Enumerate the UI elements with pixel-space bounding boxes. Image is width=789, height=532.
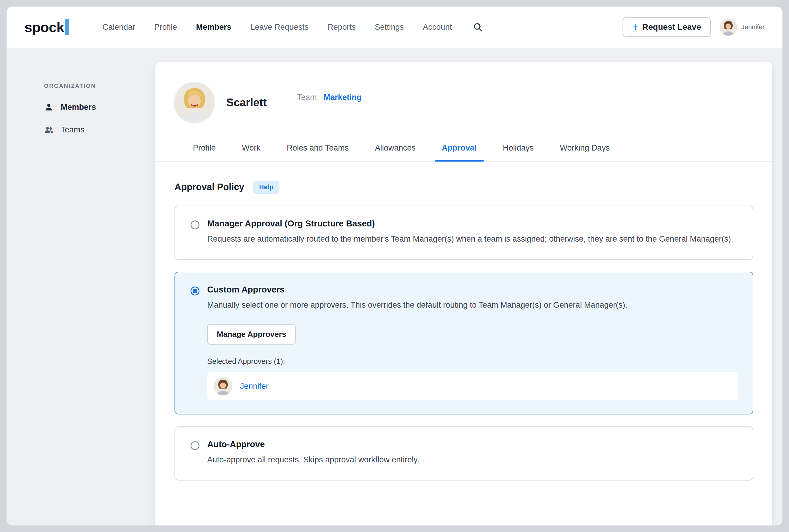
approval-policy-header: Approval Policy Help: [175, 180, 753, 194]
user-avatar: [720, 18, 737, 36]
team-link[interactable]: Marketing: [324, 93, 362, 102]
member-name: Scarlett: [226, 96, 267, 109]
brand-logo-text: spock: [24, 19, 64, 35]
sidebar-item-members[interactable]: Members: [44, 102, 155, 112]
approver-list-item: Jennifer: [207, 372, 738, 400]
option-title: Custom Approvers: [207, 284, 738, 295]
nav-item-profile[interactable]: Profile: [154, 23, 177, 32]
policy-option-manager-approval[interactable]: Manager Approval (Org Structure Based) R…: [175, 206, 753, 260]
option-description: Auto-approve all requests. Skips approva…: [207, 454, 738, 466]
manage-approvers-button[interactable]: Manage Approvers: [207, 324, 296, 345]
tab-work[interactable]: Work: [235, 135, 268, 161]
user-name: Jennifer: [741, 23, 765, 31]
top-navbar: spock Calendar Profile Members Leave Req…: [6, 6, 783, 48]
option-body: Custom Approvers Manually select one or …: [207, 284, 738, 400]
request-leave-button[interactable]: + Request Leave: [623, 17, 711, 37]
sidebar-item-label: Teams: [61, 125, 85, 134]
radio-custom-approvers[interactable]: [190, 287, 200, 296]
option-title: Auto-Approve: [207, 439, 738, 450]
member-detail-card: Scarlett Team: Marketing Profile Work Ro…: [155, 62, 772, 526]
tab-profile[interactable]: Profile: [186, 135, 223, 161]
nav-item-calendar[interactable]: Calendar: [103, 23, 135, 32]
tab-holidays[interactable]: Holidays: [496, 135, 541, 161]
member-avatar: [175, 83, 214, 122]
radio-manager-approval[interactable]: [190, 221, 200, 229]
member-header: Scarlett Team: Marketing: [175, 83, 753, 122]
selected-approvers-label: Selected Approvers (1):: [207, 357, 738, 366]
option-body: Auto-Approve Auto-approve all requests. …: [207, 439, 738, 466]
tab-working-days[interactable]: Working Days: [553, 135, 617, 161]
tab-roles-and-teams[interactable]: Roles and Teams: [279, 135, 356, 161]
member-team: Team: Marketing: [297, 93, 362, 102]
brand-logo[interactable]: spock: [24, 19, 69, 35]
approver-avatar: [214, 377, 232, 395]
request-leave-label: Request Leave: [642, 22, 701, 32]
nav-item-leave-requests[interactable]: Leave Requests: [251, 23, 309, 32]
page-content: ORGANIZATION Members: [6, 48, 783, 526]
member-tabs: Profile Work Roles and Teams Allowances …: [155, 135, 772, 162]
radio-auto-approve[interactable]: [190, 441, 200, 450]
approval-policy-title: Approval Policy: [175, 182, 244, 192]
team-label: Team:: [297, 93, 319, 102]
nav-item-account[interactable]: Account: [423, 23, 452, 32]
sidebar-item-teams[interactable]: Teams: [44, 125, 155, 134]
option-title: Manager Approval (Org Structure Based): [207, 218, 738, 229]
sidebar: ORGANIZATION Members: [6, 48, 155, 134]
policy-option-custom-approvers[interactable]: Custom Approvers Manually select one or …: [175, 272, 753, 415]
navbar-right: + Request Leave Jennifer: [623, 17, 765, 37]
brand-cursor-block: [65, 19, 69, 35]
option-description: Manually select one or more approvers. T…: [207, 299, 738, 311]
option-body: Manager Approval (Org Structure Based) R…: [207, 218, 738, 245]
nav-item-settings[interactable]: Settings: [375, 23, 404, 32]
user-menu[interactable]: Jennifer: [720, 18, 765, 36]
header-divider: [282, 83, 282, 122]
tab-allowances[interactable]: Allowances: [368, 135, 423, 161]
help-badge[interactable]: Help: [253, 180, 279, 194]
policy-option-auto-approve[interactable]: Auto-Approve Auto-approve all requests. …: [175, 426, 753, 480]
tab-approval[interactable]: Approval: [435, 135, 484, 161]
sidebar-section-title: ORGANIZATION: [44, 83, 155, 89]
nav-item-reports[interactable]: Reports: [328, 23, 356, 32]
plus-icon: +: [632, 23, 638, 32]
primary-nav: Calendar Profile Members Leave Requests …: [103, 22, 483, 32]
people-icon: [44, 125, 54, 134]
sidebar-item-label: Members: [61, 103, 96, 112]
search-icon[interactable]: [473, 22, 483, 32]
person-icon: [44, 102, 54, 112]
approver-name-link[interactable]: Jennifer: [240, 382, 269, 391]
option-description: Requests are automatically routed to the…: [207, 233, 738, 245]
app-window: spock Calendar Profile Members Leave Req…: [6, 6, 783, 526]
nav-item-members[interactable]: Members: [196, 23, 231, 32]
